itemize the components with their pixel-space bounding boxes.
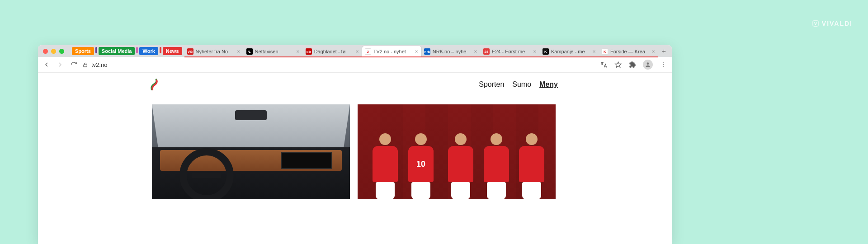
close-tab-icon[interactable] — [592, 49, 596, 54]
minimize-window-button[interactable] — [51, 49, 56, 54]
stack-color-strip — [421, 56, 481, 57]
tab-title: E24 - Først me — [492, 49, 530, 54]
tab-title: Forside — Krea — [610, 49, 649, 54]
tab-stacks: Sports Social Media Work News — [72, 47, 182, 55]
favicon: K — [602, 48, 608, 55]
stack-color-strip — [244, 56, 303, 57]
stack-color-strip — [303, 56, 362, 57]
browser-window: Sports Social Media Work News VGNyheter … — [38, 45, 672, 244]
new-tab-button[interactable] — [658, 46, 669, 56]
favicon: VG — [187, 48, 193, 55]
tab-dagbladet[interactable]: dbDagbladet - fø — [303, 46, 362, 57]
stack-indicator — [95, 47, 97, 53]
svg-point-2 — [647, 62, 649, 65]
stack-color-strip — [481, 56, 540, 57]
tab-title: Dagbladet - fø — [314, 49, 353, 54]
favicon: 2 — [365, 48, 371, 55]
kebab-menu-icon[interactable] — [659, 61, 667, 69]
maximize-window-button[interactable] — [59, 49, 64, 54]
tabs-row: VGNyheter fra NoN.NettavisendbDagbladet … — [184, 45, 658, 57]
tab-title: NRK.no – nyhe — [433, 49, 471, 54]
back-button[interactable] — [42, 61, 51, 69]
tab-stack-news[interactable]: News — [163, 47, 182, 55]
stack-indicator — [160, 47, 161, 53]
stack-color-strip — [599, 56, 658, 57]
close-tab-icon[interactable] — [414, 49, 419, 54]
stack-color-strip — [540, 56, 599, 57]
favicon: 24 — [483, 48, 490, 55]
tab-stack-work[interactable]: Work — [139, 47, 158, 55]
watermark-text: VIVALDI — [822, 20, 853, 27]
nav-sumo[interactable]: Sumo — [512, 80, 531, 89]
football-image: 10 — [358, 104, 556, 199]
tab-e24[interactable]: 24E24 - Først me — [481, 46, 540, 57]
close-tab-icon[interactable] — [473, 49, 478, 54]
tv2-logo[interactable] — [149, 78, 159, 91]
tab-nyheter[interactable]: VGNyheter fra No — [184, 46, 244, 57]
nav-meny[interactable]: Meny — [539, 80, 558, 89]
tab-nettavisen[interactable]: N.Nettavisen — [244, 46, 303, 57]
svg-rect-1 — [84, 64, 87, 66]
profile-avatar[interactable] — [643, 60, 653, 70]
stack-color-strip — [184, 56, 244, 57]
close-tab-icon[interactable] — [296, 49, 300, 54]
url-field[interactable]: tv2.no — [82, 61, 595, 68]
tab-title: Nettavisen — [255, 49, 293, 54]
car-interior-image — [152, 104, 350, 199]
svg-point-4 — [663, 64, 664, 65]
tab-stack-sports[interactable]: Sports — [72, 47, 94, 55]
vivaldi-watermark: VIVALDI — [812, 20, 853, 27]
site-nav: Sporten Sumo Meny — [479, 80, 558, 89]
close-tab-icon[interactable] — [236, 49, 241, 54]
stack-color-strip — [362, 56, 421, 57]
close-tab-icon[interactable] — [355, 49, 359, 54]
site-header: Sporten Sumo Meny — [38, 73, 672, 96]
favicon: N. — [246, 48, 253, 55]
article-grid: 10 — [38, 96, 672, 199]
forward-button[interactable] — [56, 61, 64, 69]
page-viewport: Sporten Sumo Meny 10 — [38, 73, 672, 244]
favicon: nrk — [424, 48, 430, 55]
tab-bar: Sports Social Media Work News VGNyheter … — [38, 45, 672, 57]
favicon: db — [306, 48, 312, 55]
window-controls — [41, 49, 67, 54]
favicon: K — [542, 48, 549, 55]
tab-tv2[interactable]: 2TV2.no - nyhet — [362, 46, 421, 57]
address-bar: tv2.no — [38, 57, 672, 73]
stack-label: Sports — [75, 48, 91, 54]
tab-title: Kampanje - me — [551, 49, 590, 54]
tab-kampanje[interactable]: KKampanje - me — [540, 46, 599, 57]
url-text: tv2.no — [91, 61, 107, 68]
close-tab-icon[interactable] — [533, 49, 537, 54]
tab-title: TV2.no - nyhet — [373, 49, 412, 54]
stack-indicator — [136, 47, 138, 53]
svg-rect-0 — [813, 21, 818, 26]
close-tab-icon[interactable] — [651, 49, 656, 54]
tab-title: Nyheter fra No — [196, 49, 234, 54]
svg-point-5 — [663, 66, 664, 67]
translate-icon[interactable] — [599, 61, 608, 69]
extensions-icon[interactable] — [628, 61, 637, 69]
nav-sporten[interactable]: Sporten — [479, 80, 504, 89]
tab-stack-social[interactable]: Social Media — [99, 47, 135, 55]
stack-label: News — [166, 48, 179, 54]
article-card-football[interactable]: 10 — [358, 104, 556, 199]
stack-label: Work — [142, 48, 155, 54]
tab-kreativt[interactable]: KForside — Krea — [599, 46, 658, 57]
stack-label: Social Media — [102, 48, 132, 54]
svg-point-3 — [663, 62, 664, 63]
close-window-button[interactable] — [43, 49, 48, 54]
bookmark-icon[interactable] — [614, 61, 622, 69]
tab-nrk[interactable]: nrkNRK.no – nyhe — [421, 46, 481, 57]
lock-icon — [82, 62, 88, 68]
article-card-car[interactable] — [152, 104, 350, 199]
reload-button[interactable] — [70, 61, 78, 69]
